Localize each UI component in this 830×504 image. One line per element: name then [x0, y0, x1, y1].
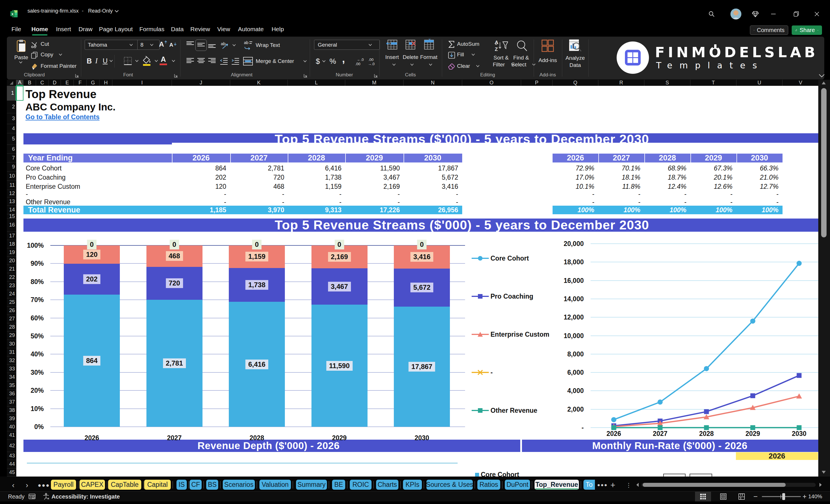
- delete-cells-icon[interactable]: [404, 39, 416, 50]
- wrap-text-button[interactable]: Wrap Text: [256, 42, 280, 48]
- sheet-tab-be[interactable]: BE: [332, 480, 345, 490]
- find-select-icon[interactable]: [515, 39, 528, 52]
- format-cells-icon[interactable]: [423, 39, 435, 50]
- sheet-tab-scenarios[interactable]: Scenarios: [223, 480, 255, 490]
- row-header-10[interactable]: 10: [7, 171, 16, 181]
- row-header-1[interactable]: 1: [7, 86, 16, 101]
- row-headers[interactable]: 1234567910111213141516171819202122232425…: [7, 86, 16, 476]
- percent-button[interactable]: %: [329, 57, 336, 66]
- insert-button[interactable]: Insert: [385, 54, 399, 60]
- wrap-text-icon[interactable]: ab: [244, 41, 253, 50]
- view-normal-button[interactable]: [695, 492, 711, 501]
- delete-chevron-icon[interactable]: [410, 63, 414, 66]
- decrease-indent-icon[interactable]: [220, 57, 228, 65]
- row-header-17[interactable]: 17: [7, 232, 16, 240]
- column-header-M[interactable]: M: [345, 80, 404, 86]
- font-size-combo[interactable]: 8: [137, 40, 160, 50]
- select-all-corner[interactable]: [7, 80, 16, 86]
- row-header-27[interactable]: 27: [7, 315, 16, 323]
- cut-button[interactable]: Cut: [41, 41, 49, 47]
- column-header-K[interactable]: K: [230, 80, 288, 86]
- row-header-16[interactable]: 16: [7, 219, 16, 232]
- increase-font-arrow-icon[interactable]: [164, 41, 167, 44]
- fill-icon[interactable]: [448, 52, 455, 59]
- clear-button[interactable]: Clear: [457, 63, 470, 69]
- italic-button[interactable]: I: [95, 57, 98, 65]
- zoom-slider-handle[interactable]: [782, 493, 785, 500]
- scroll-up-icon[interactable]: [821, 81, 827, 85]
- zoom-slider-track[interactable]: [762, 496, 801, 497]
- comments-button[interactable]: Comments: [750, 26, 788, 35]
- decrease-font-button[interactable]: A: [169, 42, 173, 48]
- copy-chevron-icon[interactable]: [59, 53, 62, 56]
- clear-icon[interactable]: [447, 62, 455, 70]
- format-chevron-icon[interactable]: [429, 63, 433, 66]
- row-header-21[interactable]: 21: [7, 265, 16, 273]
- underline-button[interactable]: U: [103, 57, 107, 65]
- view-page-break-button[interactable]: [736, 492, 747, 501]
- sheet-tab-ratios[interactable]: Ratios: [477, 480, 500, 490]
- row-header-5[interactable]: 5: [7, 133, 16, 145]
- underline-chevron-icon[interactable]: [109, 60, 113, 62]
- zoom-in-icon[interactable]: +: [802, 493, 806, 501]
- sheet-tab-cf[interactable]: CF: [190, 480, 202, 490]
- paste-button[interactable]: Paste: [14, 54, 28, 61]
- font-size-chevron-icon[interactable]: [150, 43, 154, 46]
- sort-filter-label2[interactable]: Filter: [493, 62, 505, 68]
- merge-center-chevron-icon[interactable]: [303, 60, 307, 63]
- cut-icon[interactable]: [31, 42, 38, 48]
- row-header-38[interactable]: 38: [7, 406, 16, 415]
- column-header-J[interactable]: J: [172, 80, 230, 86]
- autosum-icon[interactable]: [448, 41, 455, 48]
- column-header-E[interactable]: E: [61, 80, 74, 86]
- paste-icon[interactable]: [15, 39, 27, 53]
- sheet-tab-payroll[interactable]: Payroll: [51, 480, 76, 490]
- menu-tab-automate[interactable]: Automate: [238, 26, 264, 33]
- row-header-25[interactable]: 25: [7, 298, 16, 307]
- add-ins-button[interactable]: Add-ins: [539, 57, 557, 63]
- toc-link[interactable]: Go to Table of Contents: [26, 113, 99, 121]
- row-header-4[interactable]: 4: [7, 124, 16, 133]
- format-painter-icon[interactable]: [31, 63, 38, 70]
- vertical-scroll-thumb[interactable]: [821, 88, 827, 238]
- search-icon[interactable]: [705, 7, 718, 21]
- comma-button[interactable]: ,: [342, 53, 345, 65]
- column-header-T[interactable]: T: [691, 80, 736, 86]
- align-middle-icon[interactable]: [197, 41, 205, 50]
- bold-button[interactable]: B: [87, 57, 92, 65]
- find-select-button[interactable]: Find &: [513, 55, 529, 61]
- insert-cells-icon[interactable]: [386, 39, 398, 50]
- copy-button[interactable]: Copy: [41, 52, 53, 58]
- row-header-44[interactable]: 44: [7, 460, 16, 469]
- sheet-tab-roic[interactable]: ROIC: [350, 480, 372, 490]
- row-header-40[interactable]: 40: [7, 423, 16, 431]
- menu-tab-draw[interactable]: Draw: [78, 26, 92, 33]
- add-ins-icon[interactable]: [541, 39, 554, 52]
- menu-tab-data[interactable]: Data: [171, 26, 184, 33]
- column-header-I[interactable]: I: [113, 80, 172, 86]
- sheet-nav-right-icon[interactable]: ›: [26, 481, 28, 490]
- sheet-tab-to[interactable]: To: [583, 480, 595, 490]
- format-painter-button[interactable]: Format Painter: [41, 63, 77, 69]
- column-header-P[interactable]: P: [521, 80, 552, 86]
- row-header-28[interactable]: 28: [7, 323, 16, 332]
- zoom-out-icon[interactable]: −: [753, 492, 758, 501]
- row-header-36[interactable]: 36: [7, 390, 16, 398]
- column-header-H[interactable]: H: [99, 80, 113, 86]
- row-header-24[interactable]: 24: [7, 290, 16, 298]
- fill-button[interactable]: Fill: [457, 52, 464, 58]
- row-header-45[interactable]: 45: [7, 469, 16, 476]
- hscroll-right-icon[interactable]: [819, 482, 823, 487]
- column-header-Q[interactable]: Q: [552, 80, 598, 86]
- column-header-R[interactable]: R: [598, 80, 644, 86]
- menu-tab-review[interactable]: Review: [190, 26, 210, 33]
- align-bottom-icon[interactable]: [208, 41, 216, 50]
- column-header-A[interactable]: A: [16, 80, 24, 86]
- sheet-tab-kpis[interactable]: KPIs: [403, 480, 422, 490]
- column-header-N[interactable]: N: [404, 80, 462, 86]
- row-header-41[interactable]: 41: [7, 431, 16, 440]
- column-header-L[interactable]: L: [288, 80, 345, 86]
- row-header-15[interactable]: 15: [7, 214, 16, 219]
- row-header-6[interactable]: 6: [7, 145, 16, 154]
- row-header-30[interactable]: 30: [7, 340, 16, 348]
